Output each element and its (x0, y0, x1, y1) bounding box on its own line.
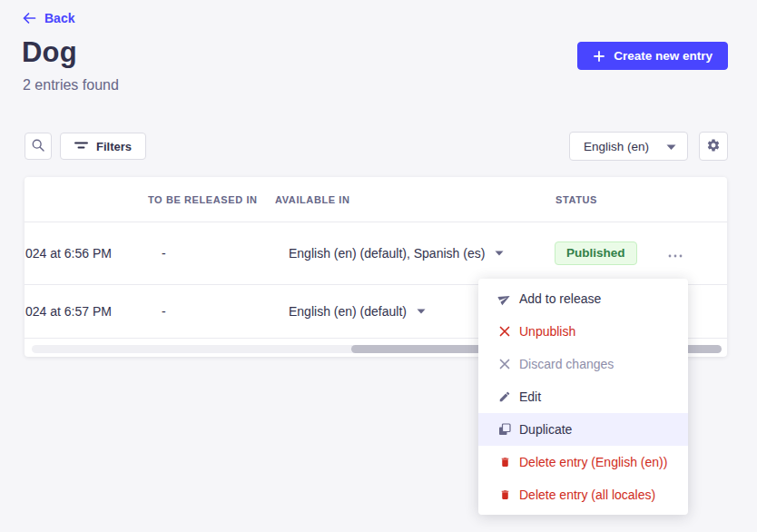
back-label: Back (44, 11, 74, 25)
entries-count: 2 entries found (23, 77, 119, 94)
menu-item-duplicate[interactable]: Duplicate (478, 413, 688, 446)
available-in-locales: English (en) (default), Spanish (es) (289, 246, 485, 261)
filters-button[interactable]: Filters (60, 133, 146, 160)
cell-to-be-released-in: - (162, 246, 166, 261)
plus-icon (593, 51, 605, 62)
arrow-left-icon (22, 11, 36, 25)
cross-icon (498, 326, 511, 337)
search-button[interactable] (25, 133, 52, 160)
column-header-to-be-released-in: TO BE RELEASED IN (148, 194, 258, 205)
menu-item-label: Edit (519, 389, 541, 404)
column-header-available-in: AVAILABLE IN (275, 194, 350, 205)
trash-icon (498, 488, 511, 501)
menu-item-discard-changes[interactable]: Discard changes (478, 348, 688, 380)
gear-icon (706, 138, 721, 155)
menu-item-unpublish[interactable]: Unpublish (478, 315, 688, 348)
trash-icon (498, 456, 511, 468)
chevron-down-icon[interactable] (495, 251, 504, 256)
back-link[interactable]: Back (22, 11, 74, 25)
filter-icon (74, 140, 88, 153)
search-icon (31, 138, 45, 155)
cell-available-in: English (en) (default), Spanish (es) (289, 246, 504, 261)
menu-item-label: Add to release (519, 291, 601, 306)
locale-select-value: English (en) (584, 140, 649, 153)
menu-item-delete-entry-all-locales[interactable]: Delete entry (all locales) (478, 478, 688, 511)
chevron-down-icon (666, 140, 676, 153)
row-actions-button[interactable] (663, 243, 688, 263)
menu-item-edit[interactable]: Edit (478, 380, 688, 413)
create-new-entry-button[interactable]: Create new entry (577, 42, 728, 70)
row-actions-menu: Add to release Unpublish Discard changes… (478, 279, 688, 515)
locale-select[interactable]: English (en) (569, 132, 688, 161)
pencil-icon (498, 390, 511, 403)
filters-label: Filters (96, 140, 132, 153)
page-title: Dog (22, 36, 77, 69)
duplicate-icon (498, 423, 511, 436)
cross-icon (498, 359, 511, 369)
paper-plane-icon (498, 292, 511, 305)
menu-item-label: Delete entry (all locales) (519, 488, 655, 502)
create-new-entry-label: Create new entry (614, 49, 713, 63)
settings-button[interactable] (699, 132, 728, 161)
menu-item-delete-entry-locale[interactable]: Delete entry (English (en)) (478, 446, 688, 478)
menu-item-add-to-release[interactable]: Add to release (478, 282, 688, 315)
cell-updated-date: 024 at 6:57 PM (25, 304, 112, 319)
menu-item-label: Unpublish (519, 324, 575, 339)
menu-item-label: Discard changes (519, 357, 614, 371)
status-badge: Published (555, 241, 637, 265)
table-row[interactable]: 024 at 6:56 PM - English (en) (default),… (25, 222, 727, 285)
cell-available-in: English (en) (default) (289, 304, 426, 319)
cell-to-be-released-in: - (162, 304, 166, 319)
cell-updated-date: 024 at 6:56 PM (25, 246, 112, 261)
column-header-status: STATUS (555, 194, 597, 205)
table-header-row: TO BE RELEASED IN AVAILABLE IN STATUS (25, 177, 727, 222)
ellipsis-icon (668, 247, 683, 261)
menu-item-label: Duplicate (519, 422, 572, 437)
menu-item-label: Delete entry (English (en)) (519, 455, 667, 469)
available-in-locales: English (en) (default) (289, 304, 407, 319)
chevron-down-icon[interactable] (417, 309, 426, 314)
